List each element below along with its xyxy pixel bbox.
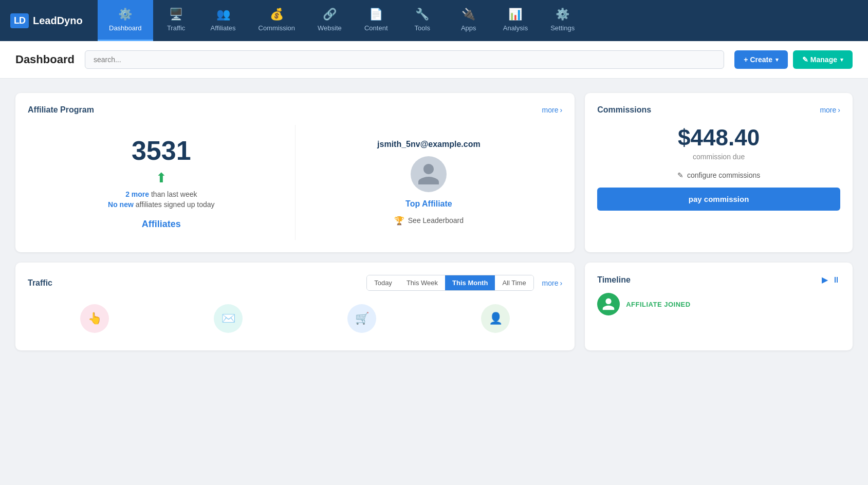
email-icon: ✉️	[221, 312, 235, 325]
traffic-more-link[interactable]: more ›	[542, 279, 563, 287]
no-new-suffix-text: affiliates signed up today	[136, 200, 215, 209]
configure-commissions-link[interactable]: ✎ configure commissions	[597, 171, 840, 179]
up-arrow-icon: ⬆	[156, 170, 167, 186]
nav-item-dashboard[interactable]: ⚙️ Dashboard	[98, 0, 153, 41]
affiliate-right-panel: jsmith_5nv@example.com Top Affiliate 🏆 S…	[296, 125, 563, 240]
nav-label-tools: Tools	[415, 24, 430, 32]
cart-icon-circle: 🛒	[347, 304, 376, 333]
traffic-card: Traffic Today This Week This Month All T…	[15, 263, 575, 350]
affiliate-more-count: 2 more	[125, 190, 149, 198]
nav-item-traffic[interactable]: 🖥️ Traffic	[153, 0, 199, 41]
commission-amount: $448.40	[597, 125, 840, 151]
affiliate-program-card: Affiliate Program more › 3531 ⬆ 2 more t…	[15, 93, 575, 252]
dashboard-icon: ⚙️	[118, 8, 132, 21]
trophy-icon: 🏆	[394, 216, 404, 226]
traffic-header: Traffic Today This Week This Month All T…	[28, 275, 562, 291]
commissions-card: Commissions more › $448.40 commission du…	[585, 93, 853, 252]
nav-item-commission[interactable]: 💰 Commission	[247, 0, 307, 41]
commissions-more-link[interactable]: more ›	[820, 106, 840, 114]
manage-label: ✎ Manage	[802, 55, 837, 64]
timeline-title: Timeline	[597, 275, 631, 285]
header-buttons: + Create ▾ ✎ Manage ▾	[734, 50, 853, 69]
search-input[interactable]	[85, 50, 724, 69]
logo-text: LeadDyno	[33, 15, 83, 27]
affiliate-left-panel: 3531 ⬆ 2 more than last week No new affi…	[28, 125, 296, 240]
timeline-event-label: AFFILIATE JOINED	[626, 301, 690, 308]
main-content: Affiliate Program more › 3531 ⬆ 2 more t…	[0, 79, 868, 365]
cart-icon: 🛒	[355, 312, 369, 325]
bottom-cards-row: Traffic Today This Week This Month All T…	[15, 263, 853, 350]
timeline-play-button[interactable]: ▶	[822, 275, 828, 285]
no-new-prefix: No new	[108, 200, 134, 209]
affiliates-link[interactable]: Affiliates	[142, 219, 181, 230]
logo[interactable]: LD LeadDyno	[0, 0, 98, 41]
top-affiliate-avatar	[411, 156, 447, 192]
tab-this-week[interactable]: This Week	[399, 275, 445, 290]
traffic-icon-cart: 🛒	[347, 304, 376, 333]
nav-label-website: Website	[318, 24, 342, 32]
affiliate-card-header: Affiliate Program more ›	[28, 105, 562, 115]
affiliate-count: 3531	[132, 135, 191, 166]
analysis-icon: 📊	[508, 8, 522, 21]
tab-today[interactable]: Today	[367, 275, 399, 290]
traffic-more-chevron-icon: ›	[560, 279, 563, 287]
nav-label-settings: Settings	[550, 24, 575, 32]
nav-item-tools[interactable]: 🔧 Tools	[399, 0, 446, 41]
see-leaderboard-link[interactable]: 🏆 See Leaderboard	[394, 216, 464, 226]
top-cards-row: Affiliate Program more › 3531 ⬆ 2 more t…	[15, 93, 853, 252]
nav-label-traffic: Traffic	[167, 24, 185, 32]
tab-all-time[interactable]: All Time	[495, 275, 533, 290]
nav-item-apps[interactable]: 🔌 Apps	[446, 0, 492, 41]
timeline-event-info: AFFILIATE JOINED	[626, 301, 690, 308]
nav-item-website[interactable]: 🔗 Website	[306, 0, 353, 41]
traffic-icons-row: 👆 ✉️ 🛒 👤	[28, 299, 562, 338]
nav-label-apps: Apps	[461, 24, 476, 32]
traffic-icon-email: ✉️	[214, 304, 243, 333]
manage-button[interactable]: ✎ Manage ▾	[793, 50, 853, 69]
email-icon-circle: ✉️	[214, 304, 243, 333]
commissions-card-title: Commissions	[597, 105, 651, 115]
tab-this-month[interactable]: This Month	[445, 275, 495, 290]
affiliate-more-label: more	[542, 106, 559, 114]
apps-icon: 🔌	[461, 8, 475, 21]
traffic-icon-person: 👤	[481, 304, 510, 333]
nav-label-dashboard: Dashboard	[109, 24, 142, 32]
person-icon-circle: 👤	[481, 304, 510, 333]
affiliate-more-link[interactable]: more ›	[542, 106, 563, 114]
top-affiliate-email: jsmith_5nv@example.com	[377, 140, 481, 149]
commissions-more-label: more	[820, 106, 836, 114]
nav-items-container: ⚙️ Dashboard 🖥️ Traffic 👥 Affiliates 💰 C…	[98, 0, 868, 41]
affiliate-inner: 3531 ⬆ 2 more than last week No new affi…	[28, 125, 562, 240]
nav-item-affiliates[interactable]: 👥 Affiliates	[199, 0, 247, 41]
content-icon: 📄	[369, 8, 383, 21]
create-label: + Create	[744, 55, 772, 64]
configure-icon: ✎	[677, 171, 684, 179]
pay-commission-button[interactable]: pay commission	[597, 188, 840, 211]
timeline-controls: ▶ ⏸	[822, 275, 840, 285]
manage-chevron-icon: ▾	[840, 57, 843, 63]
page-header: Dashboard + Create ▾ ✎ Manage ▾	[0, 41, 868, 79]
nav-item-settings[interactable]: ⚙️ Settings	[539, 0, 586, 41]
affiliate-more-chevron-icon: ›	[560, 106, 563, 114]
tools-icon: 🔧	[415, 8, 429, 21]
nav-item-analysis[interactable]: 📊 Analysis	[492, 0, 539, 41]
timeline-header: Timeline ▶ ⏸	[597, 275, 840, 285]
cursor-icon: 👆	[88, 312, 102, 325]
timeline-pause-button[interactable]: ⏸	[832, 275, 840, 285]
commissions-card-header: Commissions more ›	[597, 105, 840, 115]
timeline-event: AFFILIATE JOINED	[597, 293, 840, 315]
website-icon: 🔗	[323, 8, 337, 21]
affiliate-no-new-text: No new affiliates signed up today	[108, 200, 215, 209]
timeline-card: Timeline ▶ ⏸ AFFILIATE JOINED	[585, 263, 853, 350]
affiliate-more-text: 2 more than last week	[125, 190, 197, 198]
traffic-tabs: Today This Week This Month All Time	[366, 275, 533, 291]
commissions-more-chevron-icon: ›	[838, 106, 840, 114]
create-button[interactable]: + Create ▾	[734, 50, 788, 69]
affiliate-more-suffix-text: than last week	[151, 190, 197, 198]
nav-item-content[interactable]: 📄 Content	[353, 0, 399, 41]
top-affiliate-label: Top Affiliate	[405, 199, 452, 209]
page-title: Dashboard	[15, 53, 75, 66]
nav-label-content: Content	[364, 24, 388, 32]
traffic-icon: 🖥️	[169, 8, 183, 21]
see-leaderboard-text: See Leaderboard	[408, 216, 464, 225]
